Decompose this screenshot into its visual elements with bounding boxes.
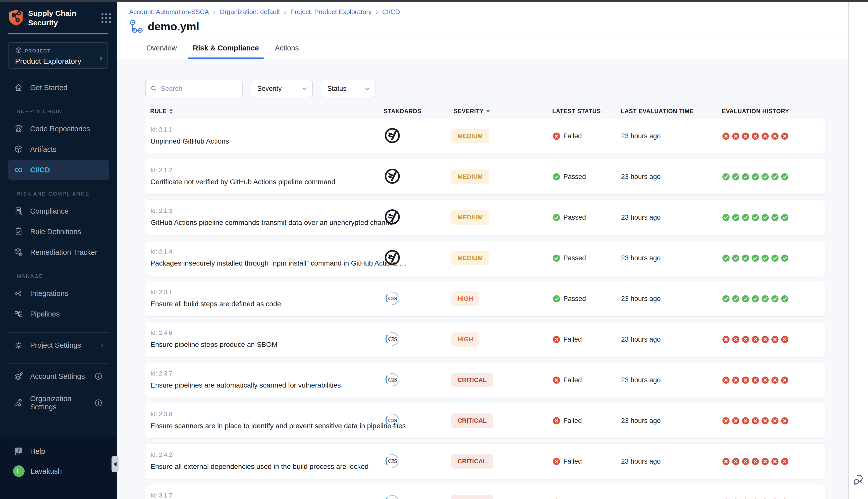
history-failed-icon[interactable] bbox=[761, 498, 769, 499]
sidebar-item-account-settings[interactable]: Account Settings bbox=[8, 366, 109, 386]
sidebar-collapse-handle[interactable] bbox=[111, 456, 119, 472]
rule-sort-icon[interactable] bbox=[169, 109, 173, 114]
history-failed-icon[interactable] bbox=[722, 417, 730, 425]
history-passed-icon[interactable] bbox=[771, 295, 779, 303]
table-row[interactable]: Id: 2.1.1 Unpinned GitHub Actions MEDIUM… bbox=[145, 118, 825, 154]
history-failed-icon[interactable] bbox=[751, 498, 759, 499]
table-row[interactable]: Id: 2.1.3 GitHub Actions pipeline comman… bbox=[145, 199, 825, 235]
search-input[interactable] bbox=[161, 85, 238, 93]
history-passed-icon[interactable] bbox=[761, 295, 769, 303]
table-row[interactable]: Id: 2.1.2 Certificate not verified by Gi… bbox=[145, 159, 825, 195]
history-passed-icon[interactable] bbox=[751, 214, 759, 221]
history-passed-icon[interactable] bbox=[751, 254, 759, 262]
history-failed-icon[interactable] bbox=[771, 132, 779, 140]
history-failed-icon[interactable] bbox=[732, 417, 740, 425]
table-row[interactable]: Id: 3.1.7 CIS CRITICAL Failed 23 hours a… bbox=[145, 484, 825, 499]
history-failed-icon[interactable] bbox=[761, 336, 769, 343]
live-chat-icon[interactable] bbox=[852, 473, 865, 487]
breadcrumb-cicd-link[interactable]: CI/CD bbox=[382, 8, 400, 16]
history-passed-icon[interactable] bbox=[761, 173, 769, 181]
history-passed-icon[interactable] bbox=[722, 173, 730, 181]
history-failed-icon[interactable] bbox=[742, 498, 749, 499]
history-passed-icon[interactable] bbox=[751, 173, 759, 181]
severity-sort-desc-icon[interactable] bbox=[486, 110, 490, 112]
history-failed-icon[interactable] bbox=[761, 417, 769, 425]
history-failed-icon[interactable] bbox=[742, 336, 749, 343]
history-passed-icon[interactable] bbox=[732, 295, 740, 303]
sidebar-item-compliance[interactable]: Compliance bbox=[8, 201, 109, 221]
history-failed-icon[interactable] bbox=[781, 498, 788, 499]
sidebar-item-cicd[interactable]: CI/CD bbox=[8, 160, 109, 180]
history-passed-icon[interactable] bbox=[722, 254, 730, 262]
history-failed-icon[interactable] bbox=[781, 336, 788, 343]
history-failed-icon[interactable] bbox=[742, 132, 749, 140]
sidebar-item-rule-definitions[interactable]: Rule Definitions bbox=[8, 222, 109, 242]
history-failed-icon[interactable] bbox=[761, 376, 769, 384]
sidebar-item-integrations[interactable]: Integrations bbox=[8, 284, 109, 303]
sidebar-item-artifacts[interactable]: Artifacts bbox=[8, 139, 109, 159]
user-menu[interactable]: L Lavakush bbox=[13, 465, 117, 477]
table-row[interactable]: Id: 2.3.1 Ensure all build steps are def… bbox=[145, 281, 825, 317]
breadcrumb-account-link[interactable]: Account: Automation-SSCA bbox=[129, 8, 209, 16]
tab-overview[interactable]: Overview bbox=[145, 37, 178, 59]
sidebar-item-remediation-tracker[interactable]: Remediation Tracker bbox=[8, 242, 109, 262]
breadcrumb-project-link[interactable]: Project: Product Exploratory bbox=[290, 8, 372, 16]
sidebar-item-get-started[interactable]: Get Started bbox=[8, 78, 109, 97]
project-selector[interactable]: PROJECT Product Exploratory › bbox=[8, 42, 108, 69]
table-row[interactable]: Id: 2.1.4 Packages insecurely installed … bbox=[145, 240, 825, 276]
history-failed-icon[interactable] bbox=[771, 498, 779, 499]
history-passed-icon[interactable] bbox=[722, 295, 730, 303]
history-passed-icon[interactable] bbox=[781, 173, 788, 181]
history-passed-icon[interactable] bbox=[761, 254, 769, 262]
history-failed-icon[interactable] bbox=[761, 132, 769, 140]
history-passed-icon[interactable] bbox=[771, 254, 779, 262]
table-row[interactable]: Id: 2.3.8 Ensure scanners are in place t… bbox=[145, 403, 825, 438]
history-failed-icon[interactable] bbox=[732, 376, 740, 384]
module-grid-icon[interactable] bbox=[101, 13, 111, 23]
history-failed-icon[interactable] bbox=[781, 376, 788, 384]
history-failed-icon[interactable] bbox=[742, 417, 749, 425]
history-failed-icon[interactable] bbox=[722, 458, 730, 465]
history-passed-icon[interactable] bbox=[781, 214, 788, 221]
tab-actions[interactable]: Actions bbox=[274, 37, 300, 59]
history-passed-icon[interactable] bbox=[781, 254, 788, 262]
history-passed-icon[interactable] bbox=[742, 295, 749, 303]
history-failed-icon[interactable] bbox=[771, 376, 779, 384]
search-box[interactable] bbox=[145, 80, 243, 97]
history-passed-icon[interactable] bbox=[722, 214, 730, 221]
breadcrumb-organization-link[interactable]: Organization: default bbox=[219, 8, 280, 16]
status-filter-select[interactable]: Status bbox=[321, 80, 375, 97]
history-failed-icon[interactable] bbox=[732, 132, 740, 140]
sidebar-item-code-repositories[interactable]: Code Repositories bbox=[8, 119, 109, 138]
history-failed-icon[interactable] bbox=[732, 336, 740, 343]
history-failed-icon[interactable] bbox=[751, 417, 759, 425]
history-passed-icon[interactable] bbox=[732, 173, 740, 181]
help-button[interactable]: ? Help bbox=[13, 446, 117, 457]
history-passed-icon[interactable] bbox=[732, 254, 740, 262]
history-failed-icon[interactable] bbox=[732, 458, 740, 465]
history-passed-icon[interactable] bbox=[742, 173, 749, 181]
history-passed-icon[interactable] bbox=[732, 214, 740, 221]
sidebar-item-project-settings[interactable]: Project Settings › bbox=[8, 335, 109, 355]
history-passed-icon[interactable] bbox=[742, 254, 749, 262]
history-failed-icon[interactable] bbox=[771, 458, 779, 465]
history-passed-icon[interactable] bbox=[771, 173, 779, 181]
history-failed-icon[interactable] bbox=[751, 132, 759, 140]
history-failed-icon[interactable] bbox=[781, 132, 788, 140]
history-passed-icon[interactable] bbox=[781, 295, 788, 303]
history-failed-icon[interactable] bbox=[742, 376, 749, 384]
history-failed-icon[interactable] bbox=[732, 498, 740, 499]
history-failed-icon[interactable] bbox=[751, 458, 759, 465]
history-failed-icon[interactable] bbox=[771, 417, 779, 425]
tab-risk-and-compliance[interactable]: Risk & Compliance bbox=[191, 37, 261, 59]
history-failed-icon[interactable] bbox=[722, 132, 730, 140]
history-failed-icon[interactable] bbox=[722, 376, 730, 384]
severity-filter-select[interactable]: Severity bbox=[251, 80, 313, 97]
table-row[interactable]: Id: 2.4.6 Ensure pipeline steps produce … bbox=[145, 321, 825, 357]
history-failed-icon[interactable] bbox=[722, 498, 730, 499]
sidebar-item-pipelines[interactable]: Pipelines bbox=[8, 304, 109, 324]
history-passed-icon[interactable] bbox=[742, 214, 749, 221]
table-row[interactable]: Id: 2.3.7 Ensure pipelines are automatic… bbox=[145, 362, 825, 398]
history-passed-icon[interactable] bbox=[761, 214, 769, 221]
table-row[interactable]: Id: 2.4.2 Ensure all external dependenci… bbox=[145, 443, 825, 479]
